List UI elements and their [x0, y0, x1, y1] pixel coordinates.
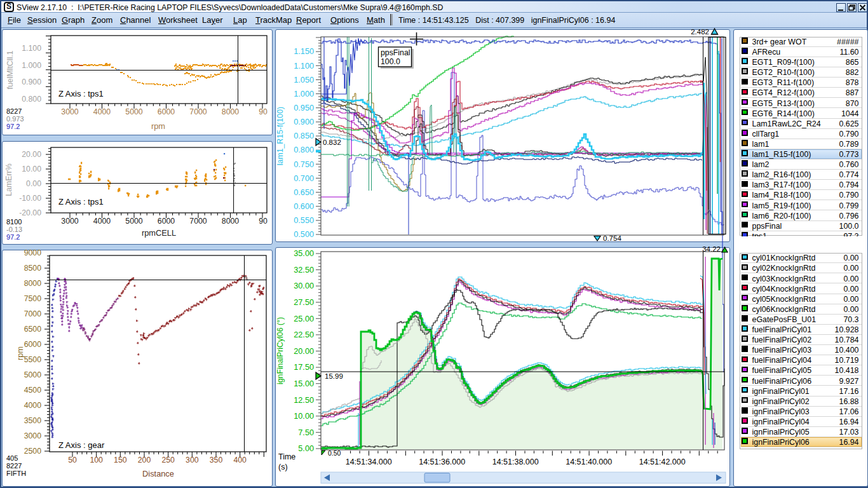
- svg-text:6000: 6000: [24, 340, 42, 349]
- svg-text:-10.00: -10.00: [19, 194, 41, 203]
- svg-text:9000: 9000: [24, 248, 42, 257]
- svg-text:5000: 5000: [24, 370, 42, 379]
- svg-text:0.00: 0.00: [26, 179, 41, 188]
- svg-text:rpm: rpm: [15, 346, 25, 360]
- svg-text:8100: 8100: [6, 218, 22, 226]
- svg-text:5.00: 5.00: [298, 444, 314, 453]
- svg-text:30.00: 30.00: [294, 281, 314, 290]
- svg-text:7000: 7000: [189, 107, 207, 116]
- svg-text:6000: 6000: [158, 217, 175, 226]
- svg-text:2.482: 2.482: [691, 28, 709, 36]
- svg-text:0.754: 0.754: [603, 234, 621, 242]
- svg-text:10.00: 10.00: [22, 165, 41, 173]
- svg-text:8227: 8227: [6, 107, 22, 115]
- svg-text:90: 90: [259, 217, 268, 226]
- svg-text:6500: 6500: [24, 325, 42, 334]
- svg-text:20.00: 20.00: [294, 347, 314, 356]
- svg-text:17.50: 17.50: [294, 363, 314, 372]
- svg-text:5000: 5000: [125, 107, 143, 116]
- svg-text:250: 250: [161, 456, 175, 464]
- svg-text:8500: 8500: [24, 264, 42, 273]
- svg-text:90: 90: [259, 107, 268, 116]
- svg-text:0.750: 0.750: [294, 160, 314, 169]
- svg-text:200: 200: [138, 456, 151, 464]
- svg-text:0.950: 0.950: [294, 104, 314, 112]
- svg-text:fuelMltCll.1: fuelMltCll.1: [6, 50, 15, 89]
- svg-text:1.150: 1.150: [294, 47, 314, 56]
- svg-text:10.00: 10.00: [294, 412, 314, 421]
- svg-text:8000: 8000: [222, 217, 240, 226]
- svg-text:27.50: 27.50: [294, 298, 314, 307]
- svg-text:50: 50: [68, 456, 77, 464]
- svg-text:ppsFinal: ppsFinal: [381, 48, 410, 57]
- svg-text:150: 150: [114, 456, 127, 464]
- svg-text:5500: 5500: [24, 355, 42, 364]
- svg-text:0.850: 0.850: [294, 132, 314, 140]
- svg-text:6000: 6000: [158, 107, 175, 116]
- svg-text:7000: 7000: [24, 309, 42, 318]
- svg-text:97.2: 97.2: [6, 233, 20, 241]
- svg-text:5000: 5000: [125, 217, 143, 226]
- svg-text:-0.13: -0.13: [6, 226, 22, 233]
- svg-text:100: 100: [90, 456, 103, 464]
- svg-text:405: 405: [6, 454, 18, 462]
- svg-text:0.50: 0.50: [328, 449, 341, 457]
- svg-text:rpm: rpm: [151, 121, 165, 131]
- svg-text:400: 400: [233, 456, 247, 464]
- svg-text:FIFTH: FIFTH: [6, 470, 26, 477]
- svg-text:0.973: 0.973: [6, 115, 24, 123]
- svg-text:14:51:42.000: 14:51:42.000: [639, 458, 686, 466]
- svg-text:2500: 2500: [24, 447, 42, 456]
- svg-text:4000: 4000: [93, 107, 111, 116]
- svg-text:Distance: Distance: [142, 469, 174, 478]
- svg-text:34.22: 34.22: [702, 245, 721, 253]
- svg-text:14:51:36.000: 14:51:36.000: [419, 458, 465, 466]
- svg-text:8000: 8000: [222, 107, 240, 116]
- svg-text:300: 300: [186, 456, 199, 464]
- svg-text:0.700: 0.700: [294, 174, 314, 183]
- svg-text:-20.00: -20.00: [19, 208, 41, 217]
- svg-text:15.99: 15.99: [325, 372, 343, 380]
- svg-text:0.650: 0.650: [294, 188, 314, 197]
- svg-text:3000: 3000: [61, 217, 79, 226]
- svg-text:rpmCELL: rpmCELL: [142, 228, 176, 238]
- svg-text:4500: 4500: [24, 386, 42, 395]
- svg-text:0.600: 0.600: [294, 202, 314, 211]
- svg-text:0.900: 0.900: [294, 118, 314, 126]
- svg-text:14:51:40.000: 14:51:40.000: [566, 458, 612, 466]
- svg-text:1.000: 1.000: [22, 61, 41, 70]
- svg-text:(s): (s): [278, 463, 288, 471]
- svg-text:97.2: 97.2: [6, 123, 20, 130]
- svg-text:0.832: 0.832: [323, 139, 341, 146]
- svg-text:Time: Time: [278, 452, 295, 461]
- svg-text:4000: 4000: [93, 217, 111, 226]
- svg-text:8227: 8227: [6, 462, 22, 470]
- svg-text:lam1_R15-f(100): lam1_R15-f(100): [276, 107, 285, 165]
- svg-text:350: 350: [210, 456, 223, 464]
- svg-text:25.00: 25.00: [294, 315, 314, 323]
- svg-text:35.00: 35.00: [294, 249, 314, 258]
- svg-text:7500: 7500: [24, 294, 42, 303]
- svg-text:15.00: 15.00: [294, 379, 314, 388]
- svg-text:3000: 3000: [24, 431, 42, 440]
- svg-text:Z Axis : tps1: Z Axis : tps1: [58, 89, 104, 98]
- svg-text:14:51:34.000: 14:51:34.000: [346, 458, 392, 466]
- svg-text:3500: 3500: [24, 416, 42, 425]
- svg-text:1.100: 1.100: [22, 44, 41, 53]
- svg-text:12.50: 12.50: [294, 396, 314, 405]
- svg-text:100.0: 100.0: [381, 57, 400, 66]
- svg-text:14:51:38.000: 14:51:38.000: [492, 458, 539, 466]
- svg-text:0.550: 0.550: [294, 216, 314, 225]
- svg-text:20.00: 20.00: [22, 150, 41, 159]
- svg-text:3000: 3000: [61, 107, 79, 116]
- svg-text:22.50: 22.50: [294, 330, 314, 339]
- svg-text:1.000: 1.000: [294, 90, 314, 98]
- svg-text:7000: 7000: [189, 217, 207, 226]
- svg-text:0.800: 0.800: [294, 146, 314, 154]
- svg-text:1.100: 1.100: [294, 62, 314, 71]
- svg-text:7.50: 7.50: [298, 428, 314, 437]
- svg-text:32.50: 32.50: [294, 266, 314, 274]
- svg-text:LamErr%: LamErr%: [4, 163, 13, 196]
- svg-text:0.900: 0.900: [22, 78, 41, 86]
- svg-text:0.800: 0.800: [22, 95, 41, 104]
